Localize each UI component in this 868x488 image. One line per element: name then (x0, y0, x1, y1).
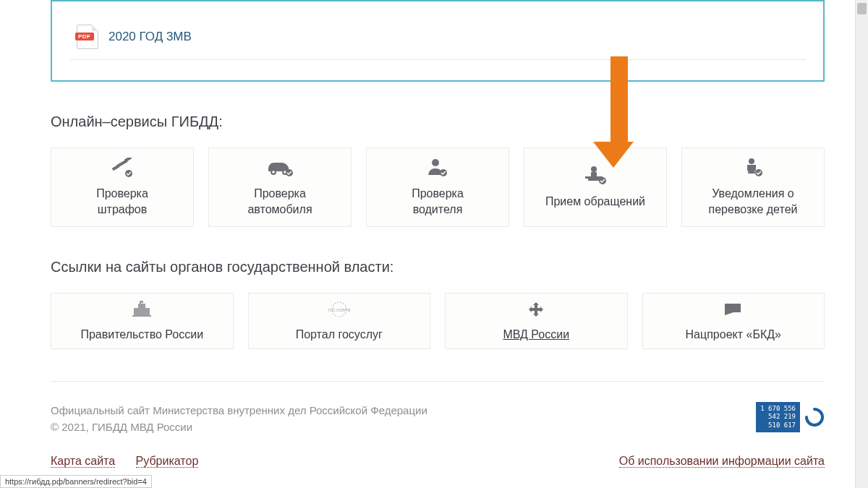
bkd-flag-icon (722, 299, 745, 320)
vertical-scrollbar[interactable] (855, 0, 868, 488)
gov-link-gosuslugi[interactable]: ГОС УСЛУГИ Портал госуслуг (248, 293, 431, 349)
service-children-transport[interactable]: Уведомления оперевозке детей (681, 147, 825, 227)
svg-rect-20 (134, 308, 138, 315)
card-label-line2: штрафов (98, 203, 148, 215)
service-check-driver[interactable]: Проверкаводителя (366, 147, 509, 227)
child-seat-icon (741, 157, 765, 179)
link-rubricator[interactable]: Рубрикатор (136, 455, 199, 468)
footer-line-1: Официальный сайт Министерства внутренних… (51, 402, 427, 419)
svg-point-9 (432, 159, 439, 166)
card-label-line1: Проверка (96, 187, 148, 200)
card-label-line1: Прием обращений (545, 195, 645, 207)
document-row[interactable]: PDF 2020 ГОД 3МВ (69, 9, 806, 60)
service-check-fines[interactable]: Проверкаштрафов (51, 147, 194, 227)
svg-marker-27 (725, 304, 741, 315)
svg-rect-21 (145, 308, 150, 315)
gov-label: Портал госуслуг (296, 327, 383, 343)
footer-text: Официальный сайт Министерства внутренних… (51, 402, 427, 436)
building-icon (131, 299, 153, 320)
card-label-line2: автомобиля (247, 203, 312, 215)
svg-rect-1 (112, 165, 120, 171)
pdf-icon: PDF (77, 25, 98, 49)
service-appeals[interactable]: Прием обращений (524, 147, 667, 227)
svg-rect-12 (591, 172, 597, 177)
svg-rect-14 (588, 179, 600, 181)
mvd-emblem-icon (525, 299, 547, 320)
browser-status-bar: https://гибдд.рф/banners/redirect?bid=4 (0, 475, 152, 488)
gavel-icon (110, 157, 135, 179)
scrollbar-thumb[interactable] (857, 3, 867, 14)
gov-title: Ссылки на сайты органов государственной … (51, 259, 825, 275)
card-label-line1: Проверка (412, 187, 464, 200)
desk-person-icon (582, 165, 608, 187)
document-box: PDF 2020 ГОД 3МВ (51, 0, 825, 82)
document-link[interactable]: 2020 ГОД 3МВ (109, 30, 192, 44)
footer-line-2: © 2021, ГИБДД МВД России (51, 419, 427, 435)
gov-link-government[interactable]: Правительство России (51, 293, 234, 349)
card-label-line1: Уведомления о (712, 187, 793, 200)
svg-point-16 (749, 158, 754, 164)
svg-point-5 (272, 171, 275, 174)
svg-text:ГОС УСЛУГИ: ГОС УСЛУГИ (328, 308, 350, 312)
footer: Официальный сайт Министерства внутренних… (51, 381, 825, 468)
online-services-section: Онлайн–сервисы ГИБДД: Проверкаштрафов Пр… (51, 114, 825, 227)
card-label-line2: водителя (413, 203, 463, 215)
gosuslugi-icon: ГОС УСЛУГИ (328, 299, 350, 320)
link-sitemap[interactable]: Карта сайта (51, 455, 115, 468)
gov-label: МВД России (503, 327, 569, 343)
services-title: Онлайн–сервисы ГИБДД: (51, 114, 825, 130)
svg-rect-23 (140, 301, 143, 303)
svg-rect-17 (748, 172, 755, 174)
service-check-car[interactable]: Проверкаавтомобиля (208, 147, 352, 227)
svg-rect-19 (138, 304, 145, 315)
gov-link-bkd[interactable]: Нацпроект «БКД» (642, 293, 825, 349)
link-usage-info[interactable]: Об использовании информации сайта (619, 455, 825, 468)
gov-label: Правительство России (80, 327, 203, 343)
gov-label: Нацпроект «БКД» (686, 327, 781, 343)
counter-numbers: 1 670 556 542 219 510 617 (756, 402, 800, 432)
svg-point-11 (591, 166, 597, 172)
card-label-line1: Проверка (254, 187, 306, 200)
counter-logo-icon (804, 407, 825, 427)
car-icon (265, 157, 294, 179)
svg-rect-2 (124, 158, 132, 162)
gov-link-mvd[interactable]: МВД России (445, 293, 628, 349)
visitor-counter[interactable]: 1 670 556 542 219 510 617 (756, 402, 825, 432)
driver-icon (425, 157, 450, 179)
svg-rect-24 (132, 315, 151, 317)
gov-links-section: Ссылки на сайты органов государственной … (51, 259, 825, 349)
card-label-line2: перевозке детей (709, 203, 798, 215)
